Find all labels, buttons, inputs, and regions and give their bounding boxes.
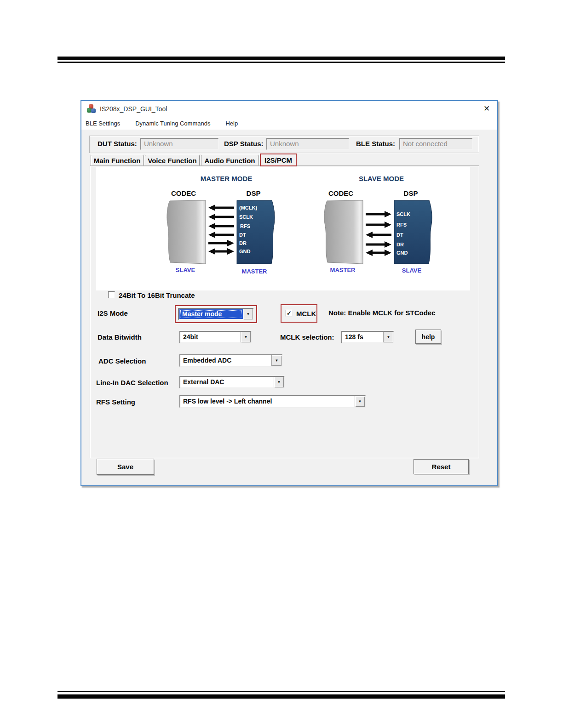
data-bitwidth-combobox[interactable]: 24bit ▼	[179, 331, 252, 343]
master-signal-dr: DR	[239, 240, 247, 246]
i2s-mode-combobox[interactable]: Master mode ▼	[178, 308, 254, 320]
i2s-mode-label: I2S Mode	[98, 309, 128, 317]
adc-selection-combobox[interactable]: Embedded ADC ▼	[179, 354, 282, 367]
page-rule-bottom-thin	[57, 691, 505, 692]
dsp-status-field: Unknown	[266, 138, 350, 150]
master-mode-title: MASTER MODE	[201, 175, 253, 182]
title-bar[interactable]: IS208x_DSP_GUI_Tool ✕	[81, 101, 497, 117]
truncate-checkbox-label[interactable]: 24Bit To 16Bit Truncate	[119, 291, 195, 299]
mclk-selection-combobox[interactable]: 128 fs ▼	[341, 331, 394, 343]
dut-status-field: Unknown	[140, 138, 219, 150]
master-codec-role: SLAVE	[176, 267, 195, 273]
line-in-dac-label: Line-In DAC Selection	[96, 379, 168, 387]
menu-bar: BLE Settings Dynamic Tuning Commands Hel…	[81, 117, 497, 130]
i2s-mode-dropdown-icon[interactable]: ▼	[243, 309, 253, 319]
slave-codec-label: CODEC	[328, 189, 353, 197]
rfs-setting-label: RFS Setting	[96, 398, 135, 406]
slave-codec-role: MASTER	[330, 267, 356, 273]
mclk-selection-value: 128 fs	[342, 332, 383, 342]
tab-audio-function[interactable]: Audio Function	[201, 155, 259, 166]
line-in-dac-value: External DAC	[180, 377, 274, 387]
ble-status-field: Not connected	[399, 138, 473, 150]
tab-main-function[interactable]: Main Function	[91, 155, 144, 166]
diagram-panel: MASTER MODE CODEC DSP (MCLK) SCLK RFS DT…	[96, 167, 470, 290]
i2s-mode-annotation-box: Master mode ▼	[175, 305, 257, 323]
page-rule-bottom-thick	[57, 694, 505, 699]
menu-dynamic-tuning-commands[interactable]: Dynamic Tuning Commands	[135, 120, 210, 127]
save-button[interactable]: Save	[97, 459, 154, 475]
slave-signal-dr: DR	[396, 242, 404, 247]
master-dsp-label: DSP	[247, 189, 261, 197]
adc-selection-value: Embedded ADC	[180, 355, 271, 366]
data-bitwidth-dropdown-icon[interactable]: ▼	[241, 332, 251, 342]
master-signal-gnd: GND	[239, 249, 251, 254]
app-window: IS208x_DSP_GUI_Tool ✕ BLE Settings Dynam…	[80, 100, 498, 486]
slave-signal-dt: DT	[396, 232, 403, 238]
tab-voice-function[interactable]: Voice Function	[145, 155, 200, 166]
slave-codec-block	[324, 200, 363, 264]
slave-dsp-label: DSP	[404, 189, 418, 197]
slave-signal-sclk: SCLK	[396, 211, 410, 217]
rfs-setting-combobox[interactable]: RFS low level -> Left channel ▼	[179, 395, 366, 408]
rfs-setting-value: RFS low level -> Left channel	[180, 396, 355, 407]
mclk-selection-label: MCLK selection:	[280, 333, 334, 341]
master-signal-dt: DT	[239, 232, 246, 238]
slave-dsp-role: SLAVE	[402, 267, 422, 274]
master-signal-mclk: (MCLK)	[239, 205, 257, 210]
slave-arrows	[366, 211, 391, 256]
master-arrows	[208, 205, 234, 255]
master-signal-sclk: SCLK	[239, 214, 253, 220]
mclk-checkbox[interactable]: ✓	[286, 310, 293, 317]
adc-selection-label: ADC Selection	[98, 357, 146, 365]
tab-i2s-pcm[interactable]: I2S/PCM	[260, 154, 297, 166]
mclk-annotation-box: ✓ MCLK	[281, 304, 317, 323]
adc-selection-dropdown-icon[interactable]: ▼	[271, 355, 282, 366]
rfs-setting-dropdown-icon[interactable]: ▼	[355, 396, 365, 407]
master-codec-block	[167, 200, 206, 264]
master-signal-rfs: RFS	[240, 223, 250, 229]
ble-status-label: BLE Status:	[356, 140, 395, 148]
mclk-note-text: Note: Enable MCLK for STCodec	[328, 309, 436, 317]
slave-mode-diagram: SLAVE MODE CODEC DSP SCLK RFS DT DR GND …	[312, 172, 455, 282]
menu-ble-settings[interactable]: BLE Settings	[86, 120, 120, 127]
mclk-checkbox-label[interactable]: MCLK	[296, 310, 316, 318]
master-mode-diagram: MASTER MODE CODEC DSP (MCLK) SCLK RFS DT…	[155, 172, 298, 282]
slave-signal-rfs: RFS	[396, 222, 407, 228]
dsp-status-label: DSP Status:	[224, 140, 264, 148]
i2s-mode-value: Master mode	[179, 309, 243, 319]
window-title: IS208x_DSP_GUI_Tool	[100, 105, 167, 113]
data-bitwidth-label: Data Bitwidth	[98, 333, 142, 341]
slave-signal-gnd: GND	[396, 250, 408, 256]
reset-button[interactable]: Reset	[414, 459, 469, 474]
master-codec-label: CODEC	[171, 189, 196, 197]
line-in-dac-dropdown-icon[interactable]: ▼	[274, 377, 284, 387]
app-icon	[87, 104, 96, 114]
page-rule-top-thin	[57, 62, 505, 63]
menu-help[interactable]: Help	[225, 120, 238, 127]
line-in-dac-combobox[interactable]: External DAC ▼	[179, 376, 285, 388]
slave-mode-title: SLAVE MODE	[359, 175, 404, 182]
master-dsp-role: MASTER	[242, 268, 268, 275]
close-icon[interactable]: ✕	[482, 104, 492, 114]
page-rule-top-thick	[57, 57, 505, 60]
truncate-checkbox[interactable]	[108, 291, 115, 298]
dut-status-label: DUT Status:	[98, 140, 137, 148]
help-button[interactable]: help	[415, 330, 441, 344]
mclk-selection-dropdown-icon[interactable]: ▼	[383, 332, 393, 342]
data-bitwidth-value: 24bit	[180, 332, 241, 342]
